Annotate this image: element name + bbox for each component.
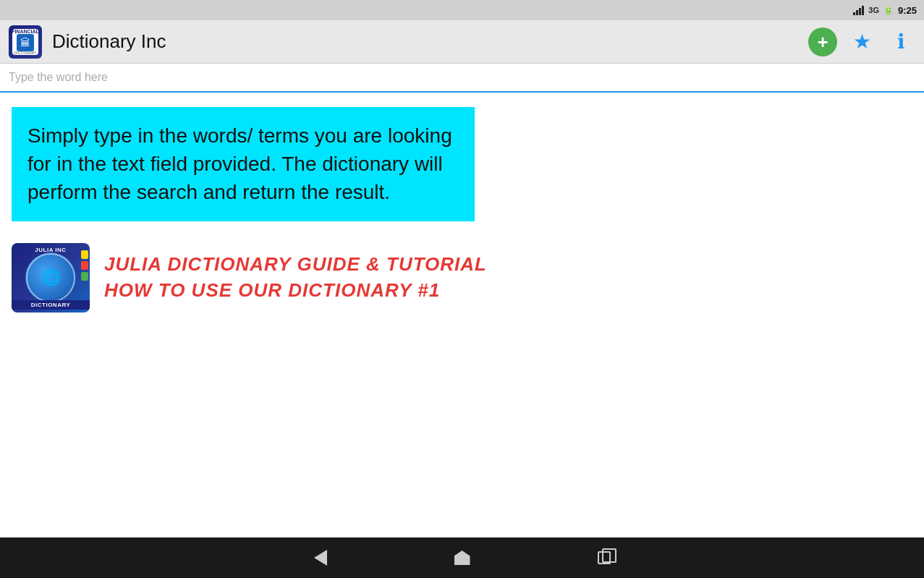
nav-bar [0, 537, 924, 578]
app-icon: FINANCIAL 🏛 DICTIONARY [9, 25, 42, 59]
action-icons: + ★ ℹ [808, 27, 915, 56]
battery-icon: 🔋 [883, 6, 894, 15]
signal-label: 3G [868, 6, 879, 14]
search-container [0, 64, 924, 93]
signal-icon [853, 5, 864, 15]
app-title: Dictionary Inc [52, 30, 808, 53]
add-button[interactable]: + [808, 27, 837, 56]
tutorial-line2: HOW TO USE OUR DICTIONARY #1 [104, 279, 487, 302]
app-bar: FINANCIAL 🏛 DICTIONARY Dictionary Inc + … [0, 20, 924, 64]
main-content: Simply type in the words/ terms you are … [0, 93, 924, 536]
info-box: Simply type in the words/ terms you are … [12, 107, 475, 221]
tutorial-thumbnail: JULIA INC 🌐 DICTIONARY [12, 243, 90, 313]
info-button[interactable]: ℹ [886, 27, 915, 56]
recent-icon [598, 551, 611, 564]
star-icon: ★ [853, 30, 871, 54]
info-box-text: Simply type in the words/ terms you are … [27, 122, 459, 207]
back-icon [314, 550, 327, 566]
back-button[interactable] [308, 544, 333, 571]
home-icon [454, 551, 470, 565]
recent-button[interactable] [592, 545, 616, 570]
info-icon: ℹ [897, 30, 905, 54]
tutorial-title: JULIA DICTIONARY GUIDE & TUTORIAL HOW TO… [104, 253, 487, 301]
thumb-globe: 🌐 [25, 252, 76, 303]
thumb-side-bars [81, 250, 88, 281]
search-input[interactable] [9, 68, 915, 87]
plus-icon: + [817, 33, 828, 51]
favorites-button[interactable]: ★ [847, 27, 876, 56]
home-button[interactable] [449, 545, 476, 571]
tutorial-line1: JULIA DICTIONARY GUIDE & TUTORIAL [104, 253, 487, 276]
thumb-bottom-label: DICTIONARY [12, 300, 90, 310]
status-bar: 3G 🔋 9:25 [0, 0, 924, 20]
status-time: 9:25 [898, 5, 917, 16]
tutorial-card[interactable]: JULIA INC 🌐 DICTIONARY JULIA DICTIONARY … [12, 243, 912, 313]
